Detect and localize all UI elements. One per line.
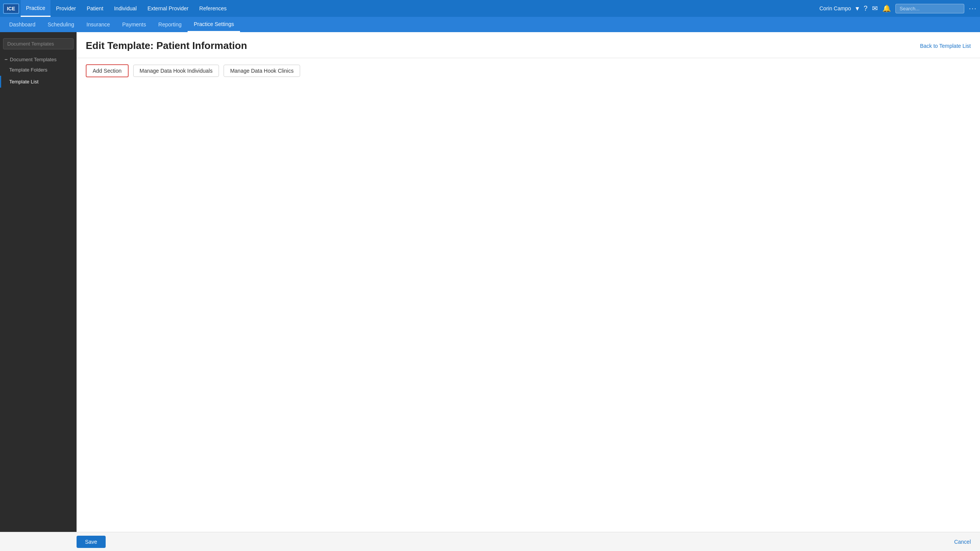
top-nav-items: Practice Provider Patient Individual Ext… [21, 0, 820, 17]
sec-nav-practice-settings[interactable]: Practice Settings [188, 17, 240, 32]
sidebar-item-template-folders[interactable]: Template Folders [0, 64, 77, 76]
add-section-button[interactable]: Add Section [86, 64, 129, 77]
search-input[interactable] [895, 4, 964, 13]
logo-icon[interactable]: ICE [3, 3, 19, 14]
collapse-icon: – [5, 56, 8, 62]
sec-nav-scheduling[interactable]: Scheduling [42, 17, 80, 32]
sidebar-item-template-list-label: Template List [9, 79, 39, 85]
dropdown-icon[interactable]: ▾ [856, 4, 859, 13]
more-icon[interactable]: ··· [969, 5, 977, 13]
manage-data-hook-individuals-button[interactable]: Manage Data Hook Individuals [133, 65, 219, 77]
main-layout: – Document Templates Template Folders Te… [0, 32, 980, 532]
footer-bar: Save Cancel [0, 532, 980, 551]
sidebar-section-document-templates[interactable]: – Document Templates [0, 52, 77, 64]
sidebar-search-input[interactable] [3, 38, 74, 49]
nav-item-patient[interactable]: Patient [81, 0, 109, 17]
manage-data-hook-clinics-button[interactable]: Manage Data Hook Clinics [224, 65, 300, 77]
nav-item-individual[interactable]: Individual [109, 0, 142, 17]
sec-nav-insurance[interactable]: Insurance [80, 17, 116, 32]
sec-nav-reporting[interactable]: Reporting [152, 17, 188, 32]
content-body [77, 83, 980, 532]
sidebar-section-label-text: Document Templates [10, 57, 57, 62]
page-title: Edit Template: Patient Information [86, 40, 247, 52]
back-to-template-list-link[interactable]: Back to Template List [920, 43, 971, 49]
mail-icon[interactable]: ✉ [872, 4, 878, 13]
secondary-nav: Dashboard Scheduling Insurance Payments … [0, 17, 980, 32]
content-header: Edit Template: Patient Information Back … [77, 32, 980, 58]
nav-item-provider[interactable]: Provider [51, 0, 81, 17]
nav-item-practice[interactable]: Practice [21, 0, 51, 17]
help-icon[interactable]: ? [864, 5, 867, 13]
action-bar: Add Section Manage Data Hook Individuals… [77, 58, 980, 83]
content-area: Edit Template: Patient Information Back … [77, 32, 980, 532]
save-button[interactable]: Save [77, 536, 106, 548]
user-name[interactable]: Corin Campo [819, 5, 851, 11]
nav-item-external-provider[interactable]: External Provider [142, 0, 194, 17]
sec-nav-dashboard[interactable]: Dashboard [3, 17, 42, 32]
cancel-button[interactable]: Cancel [954, 539, 971, 545]
nav-item-references[interactable]: References [194, 0, 232, 17]
top-nav: ICE Practice Provider Patient Individual… [0, 0, 980, 17]
top-nav-right: Corin Campo ▾ ? ✉ 🔔 ··· [819, 4, 977, 13]
sec-nav-payments[interactable]: Payments [116, 17, 152, 32]
sidebar-item-template-list[interactable]: Template List [0, 76, 77, 88]
sidebar-item-template-folders-label: Template Folders [9, 67, 47, 73]
sidebar: – Document Templates Template Folders Te… [0, 32, 77, 532]
bell-icon[interactable]: 🔔 [882, 4, 891, 13]
